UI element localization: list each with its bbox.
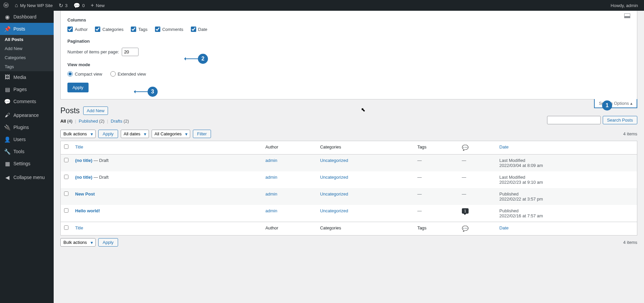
no-comments-dash: — bbox=[462, 175, 466, 180]
category-link[interactable]: Uncategorized bbox=[320, 208, 348, 213]
column-toggle-comments[interactable]: Comments bbox=[155, 27, 183, 32]
radio-compact[interactable] bbox=[67, 71, 73, 77]
category-link[interactable]: Uncategorized bbox=[320, 175, 348, 180]
post-title-link[interactable]: New Post bbox=[75, 191, 95, 197]
pin-icon: 📌 bbox=[4, 26, 11, 32]
new-content-link[interactable]: +New bbox=[91, 2, 104, 8]
checkbox-label: Tags bbox=[138, 27, 147, 32]
filter-button[interactable]: Filter bbox=[193, 130, 211, 138]
post-title-link[interactable]: (no title) bbox=[75, 175, 92, 180]
add-new-button[interactable]: Add New bbox=[83, 106, 108, 115]
search-posts-button[interactable]: Search Posts bbox=[603, 116, 637, 124]
col-date-foot[interactable]: Date bbox=[496, 222, 637, 235]
sidebar-item-comments[interactable]: 💬Comments bbox=[0, 95, 54, 107]
author-link[interactable]: admin bbox=[265, 175, 277, 180]
items-count-bottom: 4 items bbox=[623, 240, 637, 245]
filter-all[interactable]: All (4) bbox=[60, 119, 72, 124]
comment-icon: 💬 bbox=[73, 2, 80, 9]
no-comments-dash: — bbox=[462, 158, 466, 163]
row-checkbox[interactable] bbox=[64, 191, 68, 196]
date-value: 2022/02/23 at 9:10 am bbox=[499, 180, 543, 185]
date-status: Published bbox=[499, 191, 519, 197]
search-box: Search Posts bbox=[547, 116, 637, 124]
sidebar-subitem-all-posts[interactable]: All Posts bbox=[0, 35, 54, 44]
checkbox-categories[interactable] bbox=[95, 27, 100, 32]
col-title[interactable]: Title bbox=[72, 141, 262, 155]
sidebar-subitem-categories[interactable]: Categories bbox=[0, 53, 54, 62]
main-content: Columns Author Categories Tags Comments … bbox=[54, 11, 644, 303]
post-title-link[interactable]: (no title) bbox=[75, 158, 92, 163]
admin-bar: ⓦ ⌂My New WP Site ↻3 💬0 +New Howdy, admi… bbox=[0, 0, 644, 11]
sidebar-item-users[interactable]: 👤Users bbox=[0, 133, 54, 145]
checkbox-comments[interactable] bbox=[155, 27, 160, 32]
comments-link[interactable]: 💬0 bbox=[73, 2, 85, 9]
col-comments-foot: 💬 bbox=[459, 222, 496, 235]
checkbox-tags[interactable] bbox=[131, 27, 136, 32]
sidebar-subitem-tags[interactable]: Tags bbox=[0, 62, 54, 71]
author-link[interactable]: admin bbox=[265, 208, 277, 213]
row-checkbox[interactable] bbox=[64, 158, 68, 162]
sidebar-label: Dashboard bbox=[13, 14, 37, 19]
col-title-foot[interactable]: Title bbox=[72, 222, 262, 235]
sidebar-item-plugins[interactable]: 🔌Plugins bbox=[0, 121, 54, 133]
select-all-checkbox-bottom[interactable] bbox=[64, 225, 68, 230]
author-link[interactable]: admin bbox=[265, 191, 277, 197]
view-mode-compact[interactable]: Compact view bbox=[67, 71, 102, 77]
column-toggle-date[interactable]: Date bbox=[191, 27, 207, 32]
bulk-actions-select[interactable]: Bulk actions bbox=[60, 130, 96, 138]
page-title: Posts bbox=[60, 106, 80, 115]
row-checkbox[interactable] bbox=[64, 208, 68, 213]
bulk-apply-button-bottom[interactable]: Apply bbox=[98, 238, 118, 247]
updates-link[interactable]: ↻3 bbox=[59, 2, 67, 9]
bulk-actions-select-bottom[interactable]: Bulk actions bbox=[60, 238, 96, 247]
bulk-apply-button[interactable]: Apply bbox=[98, 130, 118, 138]
column-toggle-author[interactable]: Author bbox=[67, 27, 88, 32]
search-input[interactable] bbox=[547, 116, 601, 124]
view-mode-extended[interactable]: Extended view bbox=[110, 71, 146, 77]
table-row: (no title) — DraftadminUncategorized——La… bbox=[61, 155, 637, 172]
column-toggle-categories[interactable]: Categories bbox=[95, 27, 123, 32]
select-all-checkbox[interactable] bbox=[64, 144, 68, 149]
tags-value: — bbox=[417, 191, 422, 197]
category-link[interactable]: Uncategorized bbox=[320, 158, 348, 163]
sidebar-item-appearance[interactable]: 🖌Appearance bbox=[0, 109, 54, 121]
date-filter-select[interactable]: All dates bbox=[121, 130, 149, 138]
date-status: Last Modified bbox=[499, 158, 525, 163]
screen-options-apply-button[interactable]: Apply bbox=[67, 83, 89, 92]
column-toggle-tags[interactable]: Tags bbox=[131, 27, 147, 32]
col-date[interactable]: Date bbox=[496, 141, 637, 155]
filter-drafts[interactable]: Drafts (2) bbox=[111, 119, 129, 124]
comment-count-bubble[interactable]: 1 bbox=[462, 208, 469, 214]
wp-logo[interactable]: ⓦ bbox=[3, 2, 9, 9]
annotation-2: 2 bbox=[184, 54, 208, 64]
author-link[interactable]: admin bbox=[265, 158, 277, 163]
sidebar-item-pages[interactable]: ▤Pages bbox=[0, 83, 54, 95]
checkbox-label: Categories bbox=[102, 27, 123, 32]
post-title-link[interactable]: Hello world! bbox=[75, 208, 100, 213]
media-icon: 🖾 bbox=[4, 74, 11, 81]
radio-extended[interactable] bbox=[110, 71, 116, 77]
sidebar-item-tools[interactable]: 🔧Tools bbox=[0, 145, 54, 158]
sidebar-subitem-add-new[interactable]: Add New bbox=[0, 44, 54, 53]
items-per-page-input[interactable] bbox=[122, 48, 139, 56]
sidebar-collapse[interactable]: ◀Collapse menu bbox=[0, 171, 54, 183]
category-link[interactable]: Uncategorized bbox=[320, 191, 348, 197]
filter-published[interactable]: Published (2) bbox=[79, 119, 105, 124]
sidebar-item-settings[interactable]: ▦Settings bbox=[0, 158, 54, 170]
checkbox-date[interactable] bbox=[191, 27, 196, 32]
category-filter-select[interactable]: All Categories bbox=[152, 130, 190, 138]
sidebar-label: Tools bbox=[13, 149, 24, 154]
checkbox-label: Comments bbox=[162, 27, 183, 32]
chevron-up-icon: ▴ bbox=[630, 101, 633, 106]
screen-options-toggle[interactable]: Screen Options▴ bbox=[594, 99, 637, 108]
sidebar-item-media[interactable]: 🖾Media bbox=[0, 71, 54, 83]
checkbox-author[interactable] bbox=[67, 27, 73, 32]
account-link[interactable]: Howdy, admin bbox=[611, 3, 638, 8]
sidebar-label: Plugins bbox=[13, 125, 29, 130]
wrench-icon: 🔧 bbox=[4, 148, 11, 155]
sidebar-item-dashboard[interactable]: ◉Dashboard bbox=[0, 11, 54, 23]
site-home-link[interactable]: ⌂My New WP Site bbox=[15, 2, 53, 8]
row-checkbox[interactable] bbox=[64, 175, 68, 179]
sidebar-label: Pages bbox=[13, 87, 27, 92]
sidebar-item-posts[interactable]: 📌Posts bbox=[0, 23, 54, 35]
